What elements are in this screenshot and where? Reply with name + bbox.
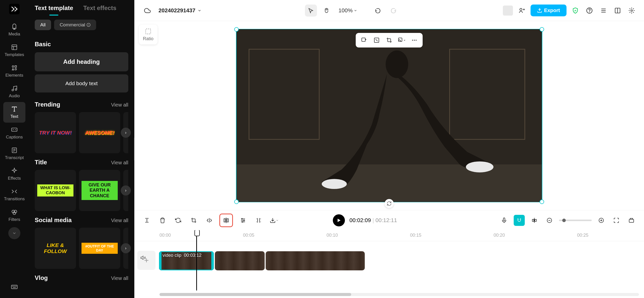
nav-filters[interactable]: Filters (3, 205, 25, 226)
svg-point-4 (12, 66, 14, 67)
tab-text-template[interactable]: Text template (35, 5, 73, 15)
adjust-icon[interactable] (237, 215, 249, 226)
nav-elements[interactable]: Elements (3, 61, 25, 81)
project-name[interactable]: 202402291437 (158, 7, 202, 14)
cloud-sync-icon[interactable] (141, 5, 153, 17)
svg-point-70 (242, 221, 243, 222)
zoom-slider[interactable] (559, 220, 592, 221)
template-card[interactable]: LIKE & FOLLOW (35, 228, 76, 269)
svg-rect-77 (535, 219, 536, 221)
nav-audio[interactable]: Audio (3, 81, 25, 102)
remove-bg-icon[interactable] (371, 35, 382, 45)
crop-canvas-icon[interactable] (384, 35, 394, 45)
avatar[interactable] (503, 6, 513, 16)
align-icon[interactable] (529, 215, 540, 226)
zoom-out-icon[interactable] (544, 215, 555, 226)
keyboard-shortcuts-icon[interactable] (8, 281, 20, 293)
download-icon[interactable] (269, 215, 280, 226)
template-card[interactable]: GIVE OUR EARTH A CHANCE (79, 170, 120, 211)
nav-transcript[interactable]: Transcript (3, 143, 25, 164)
filter-all[interactable]: All (35, 20, 51, 30)
shield-icon[interactable] (570, 5, 581, 16)
add-image-icon[interactable] (359, 35, 369, 45)
track-audio-icon[interactable] (139, 253, 148, 262)
template-card[interactable]: AWESOME! (79, 112, 120, 153)
crop-icon[interactable] (188, 215, 199, 226)
svg-point-60 (416, 40, 417, 41)
regenerate-icon[interactable] (385, 199, 394, 208)
svg-rect-64 (227, 219, 228, 222)
nav-text[interactable]: Text (3, 102, 25, 123)
nav-transitions[interactable]: Transitions (3, 184, 25, 205)
zoom-in-icon[interactable] (596, 215, 607, 226)
help-icon[interactable] (584, 5, 595, 16)
more-options-icon[interactable] (409, 35, 420, 45)
timeline-clip[interactable]: video clip 00:03:12 (159, 251, 214, 270)
svg-point-51 (386, 51, 408, 78)
hand-tool-icon[interactable] (320, 5, 333, 17)
svg-point-29 (520, 8, 522, 11)
nav-more[interactable] (8, 227, 20, 239)
delete-icon[interactable] (157, 215, 168, 226)
layout-icon[interactable] (612, 5, 623, 16)
nav-media[interactable]: Media (3, 20, 25, 40)
zoom-level[interactable]: 100% (336, 7, 360, 14)
magnet-icon[interactable] (514, 215, 525, 226)
nav-templates[interactable]: Templates (3, 40, 25, 61)
export-button[interactable]: Export (531, 5, 567, 16)
layers-icon[interactable] (598, 5, 609, 16)
flip-vertical-icon[interactable] (219, 214, 233, 227)
view-all-vlog[interactable]: View all (111, 275, 128, 281)
view-all-trending[interactable]: View all (111, 102, 128, 108)
svg-point-58 (412, 40, 413, 41)
svg-rect-57 (398, 38, 402, 41)
row-next-icon[interactable]: › (121, 243, 131, 253)
freeze-icon[interactable] (253, 215, 264, 226)
app-logo[interactable] (8, 3, 20, 15)
filter-commercial[interactable]: Commercial (54, 20, 96, 30)
selection-handle[interactable] (234, 27, 239, 32)
play-button[interactable] (333, 214, 345, 226)
template-card[interactable]: WHAT IS LOW-CAOBON (35, 170, 76, 211)
section-trending: Trending (35, 101, 60, 108)
expand-icon[interactable] (626, 215, 637, 226)
row-next-icon[interactable]: › (121, 185, 131, 195)
split-icon[interactable] (141, 215, 152, 226)
svg-rect-54 (362, 38, 365, 41)
retry-icon[interactable] (173, 215, 184, 226)
playhead[interactable] (196, 230, 197, 290)
view-all-social[interactable]: View all (111, 218, 128, 223)
settings-icon[interactable] (626, 5, 637, 16)
selection-handle[interactable] (540, 27, 544, 32)
fit-icon[interactable] (611, 215, 622, 226)
timeline-ruler[interactable]: 00:00 00:05 00:10 00:15 00:20 00:25 (134, 230, 644, 241)
canvas-preview-image (236, 29, 542, 202)
replace-icon[interactable] (396, 35, 407, 45)
cursor-tool-icon[interactable] (305, 5, 317, 17)
nav-captions[interactable]: Captions (3, 123, 25, 143)
svg-point-9 (15, 89, 17, 90)
timeline-scrollbar[interactable] (159, 293, 639, 296)
selection-handle[interactable] (540, 200, 544, 204)
canvas-frame[interactable]: ▼ (236, 29, 542, 202)
selection-handle[interactable] (234, 200, 239, 204)
template-card[interactable]: TRY IT NOW! (35, 112, 76, 153)
nav-effects[interactable]: Effects (3, 164, 25, 184)
view-all-title[interactable]: View all (111, 160, 128, 166)
row-next-icon[interactable]: › (121, 128, 131, 138)
svg-rect-74 (503, 218, 505, 221)
redo-icon[interactable] (387, 5, 399, 17)
add-heading-button[interactable]: Add heading (35, 52, 128, 71)
invite-icon[interactable] (516, 5, 527, 16)
tab-text-effects[interactable]: Text effects (83, 5, 116, 15)
svg-point-69 (244, 220, 245, 221)
svg-point-7 (15, 68, 16, 70)
mirror-icon[interactable] (204, 215, 215, 226)
timeline-clip[interactable] (215, 251, 265, 270)
ratio-button[interactable]: Ratio (139, 25, 157, 44)
timeline-clip[interactable] (266, 251, 365, 270)
microphone-icon[interactable] (499, 215, 510, 226)
add-body-text-button[interactable]: Add body text (35, 74, 128, 92)
template-card[interactable]: #OUTFIT OF THE DAY (79, 228, 120, 269)
undo-icon[interactable] (372, 5, 384, 17)
